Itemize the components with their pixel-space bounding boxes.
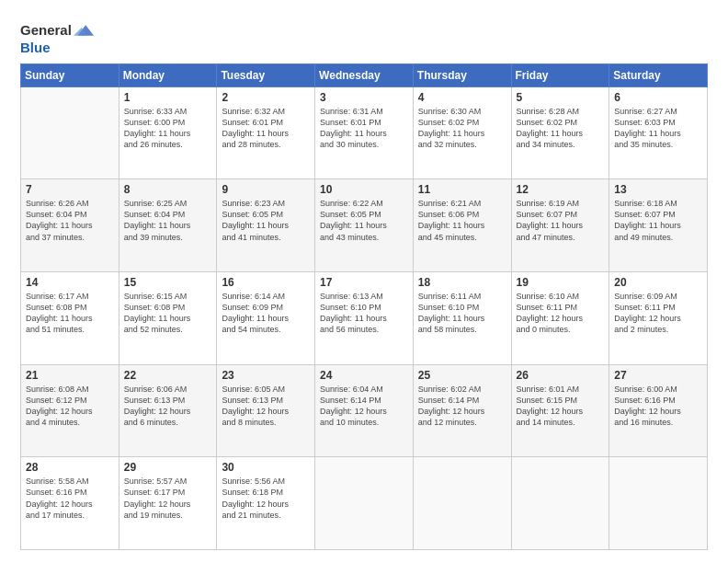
day-number: 18 (418, 276, 506, 289)
calendar-cell: 13Sunrise: 6:18 AM Sunset: 6:07 PM Dayli… (609, 179, 708, 272)
calendar-header-row: SundayMondayTuesdayWednesdayThursdayFrid… (21, 63, 708, 86)
calendar-cell: 27Sunrise: 6:00 AM Sunset: 6:16 PM Dayli… (609, 364, 708, 457)
calendar-cell: 5Sunrise: 6:28 AM Sunset: 6:02 PM Daylig… (511, 86, 609, 179)
day-number: 10 (320, 183, 408, 196)
day-number: 27 (614, 369, 702, 382)
calendar-cell: 20Sunrise: 6:09 AM Sunset: 6:11 PM Dayli… (609, 271, 708, 364)
logo-icon (74, 20, 94, 40)
day-number: 20 (614, 276, 702, 289)
day-number: 12 (517, 183, 605, 196)
column-header-friday: Friday (511, 63, 609, 86)
day-info: Sunrise: 6:19 AM Sunset: 6:07 PM Dayligh… (517, 198, 605, 243)
day-number: 24 (320, 369, 408, 382)
calendar-cell: 12Sunrise: 6:19 AM Sunset: 6:07 PM Dayli… (511, 179, 609, 272)
calendar-cell: 26Sunrise: 6:01 AM Sunset: 6:15 PM Dayli… (511, 364, 609, 457)
day-number: 7 (26, 183, 114, 196)
day-number: 4 (418, 91, 506, 104)
day-info: Sunrise: 6:17 AM Sunset: 6:08 PM Dayligh… (26, 291, 114, 336)
column-header-sunday: Sunday (21, 63, 119, 86)
calendar-cell: 19Sunrise: 6:10 AM Sunset: 6:11 PM Dayli… (511, 271, 609, 364)
column-header-saturday: Saturday (609, 63, 708, 86)
calendar-cell: 15Sunrise: 6:15 AM Sunset: 6:08 PM Dayli… (119, 271, 217, 364)
calendar-cell: 11Sunrise: 6:21 AM Sunset: 6:06 PM Dayli… (413, 179, 511, 272)
day-number: 13 (614, 183, 702, 196)
calendar-week-row: 14Sunrise: 6:17 AM Sunset: 6:08 PM Dayli… (21, 271, 708, 364)
day-info: Sunrise: 6:28 AM Sunset: 6:02 PM Dayligh… (517, 106, 605, 151)
calendar-cell: 2Sunrise: 6:32 AM Sunset: 6:01 PM Daylig… (217, 86, 315, 179)
day-number: 23 (222, 369, 310, 382)
day-info: Sunrise: 6:08 AM Sunset: 6:12 PM Dayligh… (26, 384, 114, 429)
column-header-wednesday: Wednesday (315, 63, 414, 86)
calendar-cell (413, 457, 511, 550)
day-info: Sunrise: 6:31 AM Sunset: 6:01 PM Dayligh… (320, 106, 408, 151)
column-header-tuesday: Tuesday (217, 63, 315, 86)
day-number: 25 (418, 369, 506, 382)
calendar-cell (511, 457, 609, 550)
logo-text-blue: Blue (20, 40, 94, 56)
day-info: Sunrise: 6:14 AM Sunset: 6:09 PM Dayligh… (222, 291, 310, 336)
calendar-cell: 25Sunrise: 6:02 AM Sunset: 6:14 PM Dayli… (413, 364, 511, 457)
day-info: Sunrise: 6:10 AM Sunset: 6:11 PM Dayligh… (517, 291, 605, 336)
calendar-cell: 3Sunrise: 6:31 AM Sunset: 6:01 PM Daylig… (315, 86, 414, 179)
day-info: Sunrise: 6:05 AM Sunset: 6:13 PM Dayligh… (222, 384, 310, 429)
logo-text-general: General (20, 23, 72, 39)
day-number: 1 (124, 91, 212, 104)
day-info: Sunrise: 6:13 AM Sunset: 6:10 PM Dayligh… (320, 291, 408, 336)
day-number: 19 (517, 276, 605, 289)
day-info: Sunrise: 6:22 AM Sunset: 6:05 PM Dayligh… (320, 198, 408, 243)
calendar-cell: 29Sunrise: 5:57 AM Sunset: 6:17 PM Dayli… (119, 457, 217, 550)
day-info: Sunrise: 6:02 AM Sunset: 6:14 PM Dayligh… (418, 384, 506, 429)
day-number: 5 (517, 91, 605, 104)
day-number: 6 (614, 91, 702, 104)
calendar-cell: 24Sunrise: 6:04 AM Sunset: 6:14 PM Dayli… (315, 364, 414, 457)
calendar-week-row: 1Sunrise: 6:33 AM Sunset: 6:00 PM Daylig… (21, 86, 708, 179)
day-info: Sunrise: 6:25 AM Sunset: 6:04 PM Dayligh… (124, 198, 212, 243)
day-info: Sunrise: 6:33 AM Sunset: 6:00 PM Dayligh… (124, 106, 212, 151)
calendar-week-row: 21Sunrise: 6:08 AM Sunset: 6:12 PM Dayli… (21, 364, 708, 457)
day-info: Sunrise: 6:01 AM Sunset: 6:15 PM Dayligh… (517, 384, 605, 429)
day-number: 29 (124, 461, 212, 474)
calendar-cell: 9Sunrise: 6:23 AM Sunset: 6:05 PM Daylig… (217, 179, 315, 272)
day-info: Sunrise: 6:23 AM Sunset: 6:05 PM Dayligh… (222, 198, 310, 243)
calendar-cell (315, 457, 414, 550)
calendar-cell: 28Sunrise: 5:58 AM Sunset: 6:16 PM Dayli… (21, 457, 119, 550)
day-number: 16 (222, 276, 310, 289)
day-number: 2 (222, 91, 310, 104)
calendar-cell: 8Sunrise: 6:25 AM Sunset: 6:04 PM Daylig… (119, 179, 217, 272)
calendar-cell: 10Sunrise: 6:22 AM Sunset: 6:05 PM Dayli… (315, 179, 414, 272)
day-number: 9 (222, 183, 310, 196)
day-info: Sunrise: 6:06 AM Sunset: 6:13 PM Dayligh… (124, 384, 212, 429)
calendar-cell: 18Sunrise: 6:11 AM Sunset: 6:10 PM Dayli… (413, 271, 511, 364)
day-number: 30 (222, 461, 310, 474)
calendar-cell: 7Sunrise: 6:26 AM Sunset: 6:04 PM Daylig… (21, 179, 119, 272)
day-info: Sunrise: 6:09 AM Sunset: 6:11 PM Dayligh… (614, 291, 702, 336)
page: General Blue SundayMondayTuesdayWednesda… (0, 0, 728, 563)
calendar-week-row: 7Sunrise: 6:26 AM Sunset: 6:04 PM Daylig… (21, 179, 708, 272)
header: General Blue (20, 17, 708, 56)
calendar-cell: 21Sunrise: 6:08 AM Sunset: 6:12 PM Dayli… (21, 364, 119, 457)
day-info: Sunrise: 6:27 AM Sunset: 6:03 PM Dayligh… (614, 106, 702, 151)
calendar-cell: 6Sunrise: 6:27 AM Sunset: 6:03 PM Daylig… (609, 86, 708, 179)
day-info: Sunrise: 6:15 AM Sunset: 6:08 PM Dayligh… (124, 291, 212, 336)
day-info: Sunrise: 6:26 AM Sunset: 6:04 PM Dayligh… (26, 198, 114, 243)
calendar-cell: 16Sunrise: 6:14 AM Sunset: 6:09 PM Dayli… (217, 271, 315, 364)
logo: General Blue (20, 20, 94, 56)
day-number: 26 (517, 369, 605, 382)
calendar-cell (609, 457, 708, 550)
day-number: 21 (26, 369, 114, 382)
day-info: Sunrise: 5:57 AM Sunset: 6:17 PM Dayligh… (124, 476, 212, 521)
calendar-cell: 1Sunrise: 6:33 AM Sunset: 6:00 PM Daylig… (119, 86, 217, 179)
day-info: Sunrise: 6:32 AM Sunset: 6:01 PM Dayligh… (222, 106, 310, 151)
day-info: Sunrise: 6:11 AM Sunset: 6:10 PM Dayligh… (418, 291, 506, 336)
day-number: 14 (26, 276, 114, 289)
day-number: 11 (418, 183, 506, 196)
day-number: 28 (26, 461, 114, 474)
day-number: 15 (124, 276, 212, 289)
day-info: Sunrise: 6:21 AM Sunset: 6:06 PM Dayligh… (418, 198, 506, 243)
column-header-thursday: Thursday (413, 63, 511, 86)
day-number: 8 (124, 183, 212, 196)
calendar-cell: 17Sunrise: 6:13 AM Sunset: 6:10 PM Dayli… (315, 271, 414, 364)
day-info: Sunrise: 6:30 AM Sunset: 6:02 PM Dayligh… (418, 106, 506, 151)
calendar-cell (21, 86, 119, 179)
day-number: 22 (124, 369, 212, 382)
